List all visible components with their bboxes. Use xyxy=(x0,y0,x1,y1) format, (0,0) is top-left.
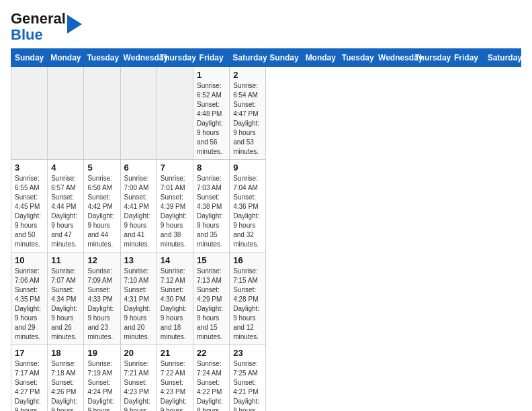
calendar-cell: 22Sunrise: 7:24 AM Sunset: 4:22 PM Dayli… xyxy=(193,345,230,411)
day-of-week-header: Friday xyxy=(448,49,484,67)
header: GeneralBlue xyxy=(11,11,521,43)
day-of-week-header: Friday xyxy=(193,49,230,67)
calendar-cell: 18Sunrise: 7:18 AM Sunset: 4:26 PM Dayli… xyxy=(48,345,84,411)
day-info: Sunrise: 7:03 AM Sunset: 4:38 PM Dayligh… xyxy=(197,174,226,249)
day-info: Sunrise: 6:52 AM Sunset: 4:48 PM Dayligh… xyxy=(197,81,226,156)
calendar-cell: 1Sunrise: 6:52 AM Sunset: 4:48 PM Daylig… xyxy=(193,67,230,160)
calendar-cell: 8Sunrise: 7:03 AM Sunset: 4:38 PM Daylig… xyxy=(193,160,230,253)
calendar-week-row: 10Sunrise: 7:06 AM Sunset: 4:35 PM Dayli… xyxy=(11,253,521,345)
day-info: Sunrise: 6:55 AM Sunset: 4:45 PM Dayligh… xyxy=(15,174,44,249)
day-number: 23 xyxy=(233,348,262,358)
calendar-cell: 6Sunrise: 7:00 AM Sunset: 4:41 PM Daylig… xyxy=(120,160,157,253)
calendar-cell xyxy=(157,67,193,160)
day-info: Sunrise: 6:58 AM Sunset: 4:42 PM Dayligh… xyxy=(87,174,116,249)
calendar-cell: 23Sunrise: 7:25 AM Sunset: 4:21 PM Dayli… xyxy=(230,345,266,411)
calendar-cell xyxy=(48,67,84,160)
day-of-week-header: Thursday xyxy=(412,49,448,67)
calendar-cell xyxy=(120,67,157,160)
day-info: Sunrise: 7:12 AM Sunset: 4:30 PM Dayligh… xyxy=(161,267,189,342)
logo-icon xyxy=(67,15,82,34)
day-number: 19 xyxy=(87,348,116,358)
day-info: Sunrise: 6:54 AM Sunset: 4:47 PM Dayligh… xyxy=(233,81,262,156)
day-number: 14 xyxy=(161,255,189,265)
day-number: 20 xyxy=(124,348,153,358)
logo: GeneralBlue xyxy=(11,11,82,43)
day-of-week-header: Saturday xyxy=(230,49,266,67)
day-info: Sunrise: 7:13 AM Sunset: 4:29 PM Dayligh… xyxy=(197,267,226,342)
day-number: 2 xyxy=(233,70,262,80)
day-of-week-header: Monday xyxy=(48,49,84,67)
calendar-cell xyxy=(84,67,120,160)
day-number: 9 xyxy=(233,163,262,173)
day-info: Sunrise: 7:06 AM Sunset: 4:35 PM Dayligh… xyxy=(15,267,44,342)
calendar-cell: 14Sunrise: 7:12 AM Sunset: 4:30 PM Dayli… xyxy=(157,253,193,345)
calendar-cell: 5Sunrise: 6:58 AM Sunset: 4:42 PM Daylig… xyxy=(84,160,120,253)
calendar-cell: 11Sunrise: 7:07 AM Sunset: 4:34 PM Dayli… xyxy=(48,253,84,345)
day-info: Sunrise: 7:24 AM Sunset: 4:22 PM Dayligh… xyxy=(197,359,226,411)
calendar-cell xyxy=(11,67,48,160)
calendar-cell: 13Sunrise: 7:10 AM Sunset: 4:31 PM Dayli… xyxy=(120,253,157,345)
calendar-cell: 10Sunrise: 7:06 AM Sunset: 4:35 PM Dayli… xyxy=(11,253,48,345)
calendar-cell: 16Sunrise: 7:15 AM Sunset: 4:28 PM Dayli… xyxy=(230,253,266,345)
calendar-cell: 4Sunrise: 6:57 AM Sunset: 4:44 PM Daylig… xyxy=(48,160,84,253)
calendar-cell: 3Sunrise: 6:55 AM Sunset: 4:45 PM Daylig… xyxy=(11,160,48,253)
day-number: 7 xyxy=(161,163,189,173)
day-number: 1 xyxy=(197,70,226,80)
calendar-header-row: SundayMondayTuesdayWednesdayThursdayFrid… xyxy=(11,49,521,67)
calendar-cell: 15Sunrise: 7:13 AM Sunset: 4:29 PM Dayli… xyxy=(193,253,230,345)
day-info: Sunrise: 7:25 AM Sunset: 4:21 PM Dayligh… xyxy=(233,359,262,411)
day-number: 8 xyxy=(197,163,226,173)
day-number: 15 xyxy=(197,255,226,265)
day-number: 13 xyxy=(124,255,153,265)
day-number: 21 xyxy=(161,348,189,358)
calendar-table: SundayMondayTuesdayWednesdayThursdayFrid… xyxy=(11,48,521,411)
day-of-week-header: Saturday xyxy=(484,49,521,67)
day-info: Sunrise: 7:01 AM Sunset: 4:39 PM Dayligh… xyxy=(161,174,189,249)
calendar-cell: 20Sunrise: 7:21 AM Sunset: 4:23 PM Dayli… xyxy=(120,345,157,411)
day-number: 6 xyxy=(124,163,153,173)
day-info: Sunrise: 7:17 AM Sunset: 4:27 PM Dayligh… xyxy=(15,359,44,411)
day-of-week-header: Sunday xyxy=(266,49,302,67)
calendar-week-row: 17Sunrise: 7:17 AM Sunset: 4:27 PM Dayli… xyxy=(11,345,521,411)
calendar-cell: 7Sunrise: 7:01 AM Sunset: 4:39 PM Daylig… xyxy=(157,160,193,253)
day-info: Sunrise: 7:04 AM Sunset: 4:36 PM Dayligh… xyxy=(233,174,262,249)
day-info: Sunrise: 7:09 AM Sunset: 4:33 PM Dayligh… xyxy=(87,267,116,342)
day-number: 3 xyxy=(15,163,44,173)
day-number: 16 xyxy=(233,255,262,265)
day-number: 12 xyxy=(87,255,116,265)
day-of-week-header: Thursday xyxy=(157,49,193,67)
calendar-cell: 19Sunrise: 7:19 AM Sunset: 4:24 PM Dayli… xyxy=(84,345,120,411)
day-info: Sunrise: 7:15 AM Sunset: 4:28 PM Dayligh… xyxy=(233,267,262,342)
day-number: 10 xyxy=(15,255,44,265)
day-info: Sunrise: 7:21 AM Sunset: 4:23 PM Dayligh… xyxy=(124,359,153,411)
day-of-week-header: Tuesday xyxy=(84,49,120,67)
day-info: Sunrise: 7:10 AM Sunset: 4:31 PM Dayligh… xyxy=(124,267,153,342)
calendar-cell: 9Sunrise: 7:04 AM Sunset: 4:36 PM Daylig… xyxy=(230,160,266,253)
day-number: 11 xyxy=(51,255,80,265)
calendar-cell: 2Sunrise: 6:54 AM Sunset: 4:47 PM Daylig… xyxy=(230,67,266,160)
day-info: Sunrise: 7:07 AM Sunset: 4:34 PM Dayligh… xyxy=(51,267,80,342)
day-of-week-header: Wednesday xyxy=(120,49,157,67)
day-info: Sunrise: 6:57 AM Sunset: 4:44 PM Dayligh… xyxy=(51,174,80,249)
day-info: Sunrise: 7:18 AM Sunset: 4:26 PM Dayligh… xyxy=(51,359,80,411)
day-of-week-header: Monday xyxy=(302,49,339,67)
calendar-cell: 21Sunrise: 7:22 AM Sunset: 4:23 PM Dayli… xyxy=(157,345,193,411)
day-info: Sunrise: 7:22 AM Sunset: 4:23 PM Dayligh… xyxy=(161,359,189,411)
day-info: Sunrise: 7:00 AM Sunset: 4:41 PM Dayligh… xyxy=(124,174,153,249)
day-number: 5 xyxy=(87,163,116,173)
day-info: Sunrise: 7:19 AM Sunset: 4:24 PM Dayligh… xyxy=(87,359,116,411)
svg-marker-0 xyxy=(67,15,82,34)
calendar-week-row: 1Sunrise: 6:52 AM Sunset: 4:48 PM Daylig… xyxy=(11,67,521,160)
calendar-cell: 12Sunrise: 7:09 AM Sunset: 4:33 PM Dayli… xyxy=(84,253,120,345)
day-of-week-header: Wednesday xyxy=(375,49,412,67)
day-number: 18 xyxy=(51,348,80,358)
day-of-week-header: Tuesday xyxy=(339,49,375,67)
logo-text: GeneralBlue xyxy=(11,11,66,43)
day-of-week-header: Sunday xyxy=(11,49,48,67)
day-number: 17 xyxy=(15,348,44,358)
day-number: 4 xyxy=(51,163,80,173)
day-number: 22 xyxy=(197,348,226,358)
calendar-week-row: 3Sunrise: 6:55 AM Sunset: 4:45 PM Daylig… xyxy=(11,160,521,253)
calendar-cell: 17Sunrise: 7:17 AM Sunset: 4:27 PM Dayli… xyxy=(11,345,48,411)
